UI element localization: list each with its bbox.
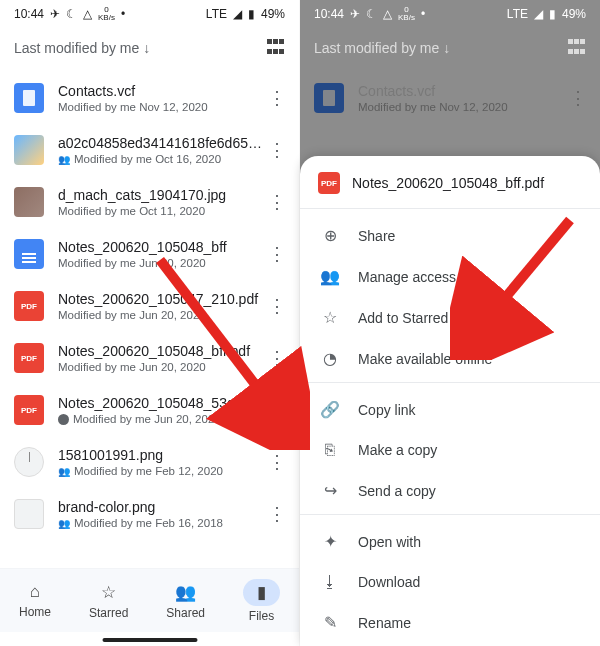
file-meta: Modified by me Jun 20, 2020 — [58, 257, 267, 269]
shared-icon: 👥 — [58, 518, 70, 529]
view-toggle-grid[interactable] — [267, 39, 285, 57]
home-icon: ⌂ — [30, 582, 40, 602]
file-name: 1581001991.png — [58, 447, 267, 463]
file-name: Notes_200620_105047_210.pdf — [58, 291, 267, 307]
file-meta: Modified by me Nov 12, 2020 — [58, 101, 267, 113]
file-meta: Modified by me Jun 20, 2020 — [58, 361, 267, 373]
signal-icon: ◢ — [233, 7, 242, 21]
status-bar: 10:44 ✈ ☾ △ 0KB/s • LTE ◢ ▮ 49% — [300, 0, 600, 28]
file-row[interactable]: PDFNotes_200620_105047_210.pdfModified b… — [0, 280, 299, 332]
sheet-download[interactable]: ⭳ Download — [300, 562, 600, 602]
status-bar: 10:44 ✈ ☾ △ 0KB/s • LTE ◢ ▮ 49% — [0, 0, 299, 28]
shared-icon: 👥 — [58, 154, 70, 165]
file-meta: Modified by me Jun 20, 2020 — [58, 413, 267, 425]
more-button[interactable]: ⋮ — [267, 295, 287, 317]
people-icon: 👥 — [320, 267, 340, 286]
sheet-make-offline[interactable]: ◔ Make available offline — [300, 338, 600, 383]
nav-starred[interactable]: ☆ Starred — [79, 578, 138, 624]
apps-icon: ✦ — [320, 532, 340, 551]
file-name: Contacts.vcf — [58, 83, 267, 99]
sheet-open-with[interactable]: ✦ Open with — [300, 521, 600, 562]
more-button[interactable]: ⋮ — [267, 503, 287, 525]
star-icon: ☆ — [320, 308, 340, 327]
status-time: 10:44 — [314, 7, 344, 21]
sheet-header: PDF Notes_200620_105048_bff.pdf — [300, 170, 600, 208]
more-button[interactable]: ⋮ — [267, 191, 287, 213]
file-name: brand-color.png — [58, 499, 267, 515]
file-meta: Modified by me Oct 11, 2020 — [58, 205, 267, 217]
nav-handle — [102, 638, 197, 642]
more-button[interactable]: ⋮ — [267, 347, 287, 369]
edit-icon: ✎ — [320, 613, 340, 632]
battery-icon: ▮ — [248, 7, 255, 21]
docs-icon — [14, 239, 44, 269]
file-row[interactable]: brand-color.png👥Modified by me Feb 16, 2… — [0, 488, 299, 540]
file-row[interactable]: Contacts.vcfModified by me Nov 12, 2020⋮ — [0, 72, 299, 124]
more-button[interactable]: ⋮ — [267, 451, 287, 473]
more-button[interactable]: ⋮ — [267, 399, 287, 421]
clock-icon — [14, 447, 44, 477]
signal-icon: ◢ — [534, 7, 543, 21]
img1-icon — [14, 135, 44, 165]
phone-left: 10:44 ✈ ☾ △ 0KB/s • LTE ◢ ▮ 49% Last mod… — [0, 0, 300, 646]
file-meta: Modified by me Jun 20, 2020 — [58, 309, 267, 321]
offline-icon: ◔ — [320, 349, 340, 368]
img2-icon — [14, 187, 44, 217]
battery-pct: 49% — [562, 7, 586, 21]
person-add-icon: ⊕ — [320, 226, 340, 245]
sheet-share[interactable]: ⊕ Share — [300, 215, 600, 256]
more-button[interactable]: ⋮ — [267, 87, 287, 109]
net-speed: 0KB/s — [98, 6, 115, 22]
sort-label: Last modified by me — [14, 40, 139, 56]
png-icon — [14, 499, 44, 529]
sheet-add-starred[interactable]: ☆ Add to Starred — [300, 297, 600, 338]
file-name: a02c04858ed34141618fe6d65719a8a... — [58, 135, 267, 151]
file-row[interactable]: 1581001991.png👥Modified by me Feb 12, 20… — [0, 436, 299, 488]
nav-files[interactable]: ▮ Files — [233, 575, 290, 627]
more-button[interactable]: ⋮ — [267, 243, 287, 265]
pdf-icon: PDF — [14, 291, 44, 321]
nav-home[interactable]: ⌂ Home — [9, 578, 61, 623]
arrow-down-icon: ↓ — [143, 40, 150, 56]
battery-icon: ▮ — [549, 7, 556, 21]
doc-blue-icon — [14, 83, 44, 113]
phone-right: 10:44 ✈ ☾ △ 0KB/s • LTE ◢ ▮ 49% Last mod… — [300, 0, 600, 646]
people-icon: 👥 — [175, 582, 196, 603]
file-list: Contacts.vcfModified by me Nov 12, 2020⋮… — [0, 68, 299, 540]
dot-icon: • — [121, 7, 125, 21]
bottom-sheet: PDF Notes_200620_105048_bff.pdf ⊕ Share … — [300, 156, 600, 646]
link-icon: 🔗 — [320, 400, 340, 419]
file-name: Notes_200620_105048_bff — [58, 239, 267, 255]
send-icon: ↪ — [320, 481, 340, 500]
file-row[interactable]: Notes_200620_105048_bffModified by me Ju… — [0, 228, 299, 280]
moon-icon: ☾ — [366, 7, 377, 21]
file-meta: 👥Modified by me Feb 16, 2018 — [58, 517, 267, 529]
sheet-make-copy[interactable]: ⎘ Make a copy — [300, 430, 600, 470]
sheet-send-copy[interactable]: ↪ Send a copy — [300, 470, 600, 515]
sheet-manage-access[interactable]: 👥 Manage access — [300, 256, 600, 297]
telegram-icon: ✈ — [50, 7, 60, 21]
file-row[interactable]: a02c04858ed34141618fe6d65719a8a...👥Modif… — [0, 124, 299, 176]
battery-pct: 49% — [261, 7, 285, 21]
moon-icon: ☾ — [66, 7, 77, 21]
cloud-icon: △ — [83, 7, 92, 21]
sheet-copy-link[interactable]: 🔗 Copy link — [300, 389, 600, 430]
pdf-icon: PDF — [14, 395, 44, 425]
nav-shared[interactable]: 👥 Shared — [156, 578, 215, 624]
file-row[interactable]: PDFNotes_200620_105048_53c.pdfModified b… — [0, 384, 299, 436]
bottom-nav: ⌂ Home ☆ Starred 👥 Shared ▮ Files — [0, 568, 299, 632]
pdf-icon: PDF — [14, 343, 44, 373]
sort-row[interactable]: Last modified by me ↓ — [0, 28, 299, 68]
shared-icon: 👥 — [58, 466, 70, 477]
file-row[interactable]: d_mach_cats_1904170.jpgModified by me Oc… — [0, 176, 299, 228]
cloud-icon: △ — [383, 7, 392, 21]
file-row[interactable]: PDFNotes_200620_105048_bff.pdfModified b… — [0, 332, 299, 384]
sheet-title: Notes_200620_105048_bff.pdf — [352, 175, 544, 191]
sort-row: Last modified by me ↓ — [300, 28, 600, 68]
pdf-icon: PDF — [318, 172, 340, 194]
sheet-rename[interactable]: ✎ Rename — [300, 602, 600, 636]
network-label: LTE — [206, 7, 227, 21]
file-meta: 👥Modified by me Oct 16, 2020 — [58, 153, 267, 165]
more-button[interactable]: ⋮ — [267, 139, 287, 161]
file-name: Notes_200620_105048_53c.pdf — [58, 395, 267, 411]
